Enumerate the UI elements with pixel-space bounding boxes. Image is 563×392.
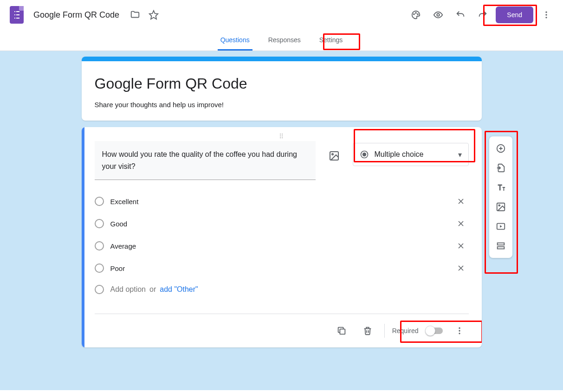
option-row[interactable]: Average xyxy=(95,235,469,257)
option-input[interactable]: Poor xyxy=(110,264,447,272)
svg-point-1 xyxy=(414,14,414,15)
tabs-bar: Questions Responses Settings xyxy=(0,30,563,51)
svg-point-13 xyxy=(459,328,460,329)
more-vert-icon xyxy=(542,10,551,19)
svg-point-11 xyxy=(362,153,366,156)
required-label: Required xyxy=(392,327,419,334)
option-list: Excellent Good Average xyxy=(95,190,469,300)
copy-icon xyxy=(337,326,347,336)
svg-point-7 xyxy=(545,17,547,18)
or-text: or xyxy=(149,285,156,294)
more-vert-icon xyxy=(455,326,464,335)
more-menu-button[interactable] xyxy=(537,6,556,24)
send-button[interactable]: Send xyxy=(496,6,533,23)
forms-logo xyxy=(7,6,26,24)
text-icon xyxy=(496,182,506,193)
svg-marker-0 xyxy=(149,11,158,19)
add-option-row: Add option or add "Other" xyxy=(95,279,469,300)
radio-icon xyxy=(95,219,104,228)
image-icon xyxy=(496,202,506,212)
close-icon xyxy=(456,241,466,251)
option-input[interactable]: Excellent xyxy=(110,198,447,206)
question-type-label: Multiple choice xyxy=(375,150,424,159)
undo-icon xyxy=(455,10,466,20)
svg-point-14 xyxy=(459,330,460,332)
trash-icon xyxy=(362,326,373,336)
svg-point-6 xyxy=(545,14,547,15)
question-more-button[interactable] xyxy=(450,321,469,340)
document-title[interactable]: Google Form QR Code xyxy=(33,10,119,20)
remove-option-button[interactable] xyxy=(453,216,469,231)
svg-rect-12 xyxy=(340,329,345,334)
active-indicator xyxy=(82,127,84,347)
import-icon xyxy=(496,163,506,173)
undo-button[interactable] xyxy=(451,6,470,24)
form-header-card[interactable]: Google Form QR Code Share your thoughts … xyxy=(82,57,482,121)
svg-marker-20 xyxy=(500,225,502,228)
radio-icon xyxy=(95,241,104,251)
remove-option-button[interactable] xyxy=(453,238,469,254)
palette-icon xyxy=(411,10,421,20)
drag-handle-icon[interactable]: ⠿ xyxy=(95,133,469,141)
image-icon xyxy=(329,150,340,161)
remove-option-button[interactable] xyxy=(453,260,469,276)
question-card[interactable]: ⠿ How would you rate the quality of the … xyxy=(82,127,482,347)
svg-point-4 xyxy=(437,13,440,16)
svg-point-15 xyxy=(459,333,460,334)
side-toolbar xyxy=(489,136,512,258)
add-option-button[interactable]: Add option xyxy=(110,285,146,294)
move-to-folder-button[interactable] xyxy=(126,6,144,24)
svg-point-18 xyxy=(498,205,500,206)
delete-button[interactable] xyxy=(358,321,377,340)
svg-point-2 xyxy=(415,13,416,13)
svg-point-5 xyxy=(545,12,547,13)
add-video-button[interactable] xyxy=(492,217,510,236)
redo-button[interactable] xyxy=(473,6,492,24)
tab-settings[interactable]: Settings xyxy=(317,30,346,51)
app-header: Google Form QR Code Send xyxy=(0,0,563,30)
star-icon xyxy=(149,10,159,20)
radio-icon xyxy=(360,150,369,159)
import-questions-button[interactable] xyxy=(492,159,510,177)
plus-circle-icon xyxy=(496,143,506,154)
chevron-down-icon: ▾ xyxy=(458,150,462,159)
tab-questions[interactable]: Questions xyxy=(218,30,252,51)
question-footer: Required xyxy=(95,314,469,347)
add-section-button[interactable] xyxy=(492,237,510,255)
close-icon xyxy=(456,219,466,228)
add-image-button[interactable] xyxy=(492,198,510,216)
add-title-button[interactable] xyxy=(492,178,510,197)
svg-rect-21 xyxy=(497,243,504,245)
option-input[interactable]: Good xyxy=(110,220,447,228)
star-button[interactable] xyxy=(144,6,163,24)
customize-theme-button[interactable] xyxy=(407,6,425,24)
video-icon xyxy=(496,221,506,231)
required-toggle[interactable] xyxy=(426,328,443,334)
eye-icon xyxy=(433,10,443,20)
close-icon xyxy=(456,197,466,206)
preview-button[interactable] xyxy=(429,6,447,24)
form-description[interactable]: Share your thoughts and help us improve! xyxy=(95,101,469,109)
remove-option-button[interactable] xyxy=(453,193,469,209)
option-row[interactable]: Good xyxy=(95,212,469,235)
option-row[interactable]: Excellent xyxy=(95,190,469,212)
svg-point-3 xyxy=(418,14,419,15)
section-icon xyxy=(496,241,506,251)
radio-icon xyxy=(95,285,104,294)
option-input[interactable]: Average xyxy=(110,242,447,250)
radio-icon xyxy=(95,197,104,206)
folder-icon xyxy=(130,10,140,20)
duplicate-button[interactable] xyxy=(332,321,351,340)
tab-responses[interactable]: Responses xyxy=(265,30,304,51)
svg-point-9 xyxy=(332,154,333,155)
workspace: Google Form QR Code Share your thoughts … xyxy=(0,51,563,390)
radio-icon xyxy=(95,263,104,273)
add-question-button[interactable] xyxy=(492,139,510,158)
form-title[interactable]: Google Form QR Code xyxy=(95,75,469,92)
option-row[interactable]: Poor xyxy=(95,257,469,279)
add-other-button[interactable]: add "Other" xyxy=(160,285,198,294)
question-type-select[interactable]: Multiple choice ▾ xyxy=(353,143,469,166)
question-text-input[interactable]: How would you rate the quality of the co… xyxy=(95,141,316,180)
close-icon xyxy=(456,263,466,273)
add-image-button[interactable] xyxy=(324,146,344,166)
